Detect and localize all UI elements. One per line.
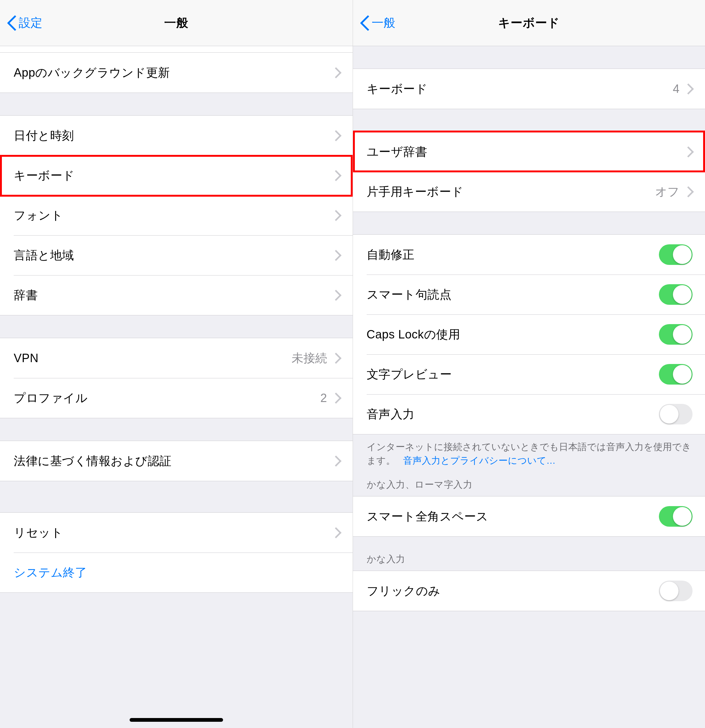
row-smart-fullwidth-space[interactable]: スマート全角スペース: [353, 497, 705, 536]
row-autocorrect-label: 自動修正: [367, 247, 659, 263]
toggle-knob: [673, 245, 692, 264]
row-user-dictionary-label: ユーザ辞書: [367, 144, 685, 160]
chevron-right-icon: [685, 82, 692, 95]
toggle-knob: [660, 405, 679, 423]
row-keyboards[interactable]: キーボード4: [353, 69, 705, 109]
row-keyboards-value: 4: [673, 82, 679, 96]
toggle-knob: [673, 507, 692, 526]
row-fonts-label: フォント: [14, 208, 333, 224]
row-bg-refresh[interactable]: Appのバックグラウンド更新: [0, 53, 353, 92]
row-fonts[interactable]: フォント: [0, 195, 353, 235]
row-vpn-label: VPN: [14, 351, 291, 365]
row-date-time[interactable]: 日付と時刻: [0, 116, 353, 156]
row-caps-lock[interactable]: Caps Lockの使用: [353, 315, 705, 354]
row-date-time-label: 日付と時刻: [14, 128, 333, 144]
row-char-preview-label: 文字プレビュー: [367, 367, 659, 383]
section-header-kana-romaji: かな入力、ローマ字入力: [353, 467, 705, 496]
row-smart-fullwidth-space-toggle[interactable]: [659, 506, 692, 527]
toggle-knob: [673, 325, 692, 344]
back-button-keyboard[interactable]: 一般: [359, 0, 395, 46]
row-dictation[interactable]: 音声入力: [353, 394, 705, 434]
chevron-left-icon: [359, 14, 370, 32]
row-one-handed[interactable]: 片手用キーボードオフ: [353, 172, 705, 212]
row-dictation-toggle[interactable]: [659, 404, 692, 425]
row-language-region-label: 言語と地域: [14, 247, 333, 263]
row-keyboards-label: キーボード: [367, 81, 673, 97]
row-caps-lock-label: Caps Lockの使用: [367, 326, 659, 342]
screen-general: 設定 一般 Appのバックグラウンド更新日付と時刻キーボードフォント言語と地域辞…: [0, 0, 353, 728]
row-language-region[interactable]: 言語と地域: [0, 235, 353, 275]
row-smart-punct-label: スマート句読点: [367, 287, 659, 303]
chevron-right-icon: [333, 249, 340, 261]
section-header-kana: かな入力: [353, 537, 705, 571]
row-char-preview-toggle[interactable]: [659, 364, 692, 384]
row-regulatory[interactable]: 法律に基づく情報および認証: [0, 441, 353, 481]
screen-keyboard: 一般 キーボード キーボード4 ユーザ辞書片手用キーボードオフ 自動修正スマート…: [353, 0, 705, 728]
row-flick-only[interactable]: フリックのみ: [353, 571, 705, 611]
dictation-note: インターネットに接続されていないときでも日本語では音声入力を使用できます。 音声…: [353, 435, 705, 467]
chevron-right-icon: [333, 526, 340, 539]
row-shutdown-label: システム終了: [14, 565, 340, 581]
chevron-right-icon: [685, 146, 692, 158]
row-clipped-top: [0, 46, 353, 52]
chevron-right-icon: [685, 185, 692, 198]
row-profiles-value: 2: [320, 391, 327, 405]
page-title: キーボード: [498, 15, 560, 31]
row-user-dictionary[interactable]: ユーザ辞書: [353, 132, 705, 172]
chevron-right-icon: [333, 289, 340, 301]
row-dictionary[interactable]: 辞書: [0, 275, 353, 315]
row-profiles[interactable]: プロファイル2: [0, 378, 353, 418]
page-title: 一般: [164, 15, 189, 31]
toggle-knob: [660, 582, 679, 600]
row-reset[interactable]: リセット: [0, 513, 353, 553]
chevron-left-icon: [6, 14, 17, 32]
toggle-knob: [673, 365, 692, 384]
row-autocorrect-toggle[interactable]: [659, 244, 692, 265]
row-keyboard-label: キーボード: [14, 168, 333, 183]
row-smart-punct[interactable]: スマート句読点: [353, 274, 705, 315]
row-char-preview[interactable]: 文字プレビュー: [353, 354, 705, 394]
row-shutdown[interactable]: システム終了: [0, 553, 353, 592]
navbar-general: 設定 一般: [0, 0, 353, 46]
content-keyboard: キーボード4 ユーザ辞書片手用キーボードオフ 自動修正スマート句読点Caps L…: [353, 46, 705, 728]
row-keyboard[interactable]: キーボード: [0, 156, 353, 195]
chevron-right-icon: [333, 209, 340, 222]
dictation-privacy-link[interactable]: 音声入力とプライバシーについて…: [403, 455, 556, 466]
row-smart-punct-toggle[interactable]: [659, 284, 692, 305]
chevron-right-icon: [333, 129, 340, 142]
back-button-general[interactable]: 設定: [6, 0, 42, 46]
row-profiles-label: プロファイル: [14, 390, 320, 406]
chevron-right-icon: [333, 169, 340, 182]
row-smart-fullwidth-space-label: スマート全角スペース: [367, 508, 659, 524]
toggle-knob: [673, 285, 692, 304]
home-indicator: [130, 718, 223, 722]
chevron-right-icon: [333, 455, 340, 467]
row-dictation-label: 音声入力: [367, 406, 659, 422]
chevron-right-icon: [333, 66, 340, 79]
row-dictionary-label: 辞書: [14, 287, 333, 303]
chevron-right-icon: [333, 352, 340, 364]
row-bg-refresh-label: Appのバックグラウンド更新: [14, 65, 333, 81]
row-regulatory-label: 法律に基づく情報および認証: [14, 453, 333, 469]
row-one-handed-label: 片手用キーボード: [367, 184, 656, 200]
row-reset-label: リセット: [14, 525, 333, 541]
row-one-handed-value: オフ: [655, 184, 679, 200]
row-autocorrect[interactable]: 自動修正: [353, 235, 705, 274]
row-flick-only-label: フリックのみ: [367, 583, 659, 599]
content-general: Appのバックグラウンド更新日付と時刻キーボードフォント言語と地域辞書VPN未接…: [0, 46, 353, 728]
navbar-keyboard: 一般 キーボード: [353, 0, 705, 46]
row-vpn-value: 未接続: [291, 350, 327, 366]
row-caps-lock-toggle[interactable]: [659, 324, 692, 345]
chevron-right-icon: [333, 392, 340, 404]
row-vpn[interactable]: VPN未接続: [0, 338, 353, 378]
row-flick-only-toggle[interactable]: [659, 581, 692, 601]
